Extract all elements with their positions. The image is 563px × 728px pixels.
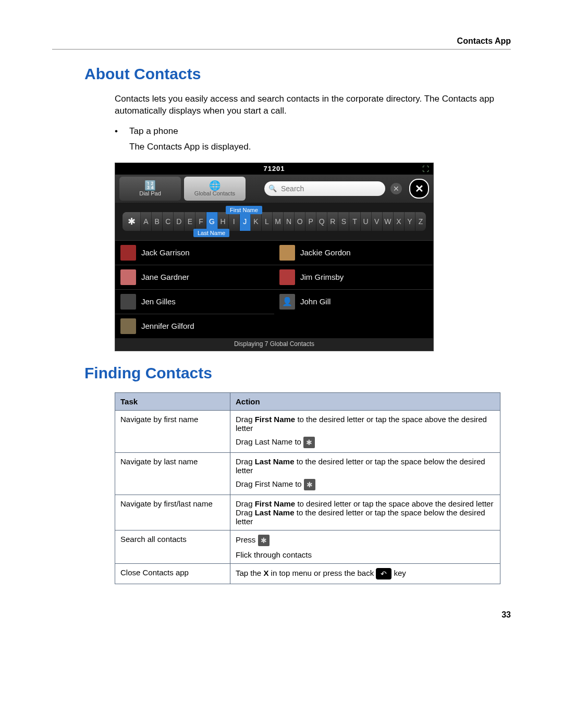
contact-item[interactable]: Jane Gardner — [115, 265, 274, 289]
dialpad-icon: 🔢 — [144, 181, 156, 190]
star-icon: ✱ — [258, 535, 270, 546]
alpha-letter-y[interactable]: Y — [405, 212, 415, 231]
contact-item[interactable]: 👤John Gill — [274, 289, 433, 314]
task-cell: Navigate by first/last name — [115, 495, 230, 530]
bullet-item: • Tap a phone — [115, 126, 511, 137]
avatar — [120, 294, 136, 310]
tasks-table: Task Action Navigate by first name Drag … — [115, 392, 500, 584]
alpha-letter-h[interactable]: H — [218, 212, 229, 231]
alpha-letter-a[interactable]: A — [141, 212, 152, 231]
search-icon: 🔍 — [268, 184, 277, 192]
page-number: 33 — [52, 610, 511, 620]
global-contacts-tab[interactable]: 🌐 Global Contacts — [184, 177, 246, 201]
close-app-button[interactable]: ✕ — [409, 179, 429, 199]
alpha-letter-d[interactable]: D — [174, 212, 185, 231]
task-cell: Navigate by last name — [115, 452, 230, 495]
contact-item[interactable]: Jim Grimsby — [274, 265, 433, 289]
table-header-row: Task Action — [115, 392, 500, 410]
contact-name: Jennifer Gilford — [141, 322, 194, 330]
dialpad-label: Dial Pad — [139, 190, 161, 196]
contact-item[interactable]: Jennifer Gilford — [115, 314, 274, 338]
about-contacts-heading: About Contacts — [52, 65, 511, 83]
first-name-chip[interactable]: First Name — [226, 206, 262, 214]
table-row: Search all contacts Press ✱ Flick throug… — [115, 530, 500, 563]
toolbar: 🔢 Dial Pad 🌐 Global Contacts 🔍 ✕ ✕ — [115, 175, 433, 203]
global-label: Global Contacts — [194, 190, 235, 196]
alpha-letter-t[interactable]: T — [349, 212, 360, 231]
table-row: Close Contacts app Tap the X in top menu… — [115, 563, 500, 584]
contact-name: John Gill — [300, 297, 331, 306]
alphabet-row[interactable]: ✱ABCDEFGHIJKLMNOPQRSTUVWXYZ — [123, 212, 426, 231]
alpha-letter-p[interactable]: P — [305, 212, 316, 231]
task-cell: Navigate by first name — [115, 410, 230, 452]
contact-name: Jim Grimsby — [300, 273, 344, 281]
task-header: Task — [115, 392, 230, 410]
contact-item[interactable]: Jack Garrison — [115, 240, 274, 265]
task-cell: Close Contacts app — [115, 563, 230, 584]
alpha-letter-w[interactable]: W — [383, 212, 394, 231]
alpha-letter-k[interactable]: K — [251, 212, 262, 231]
extension-number: 71201 — [263, 165, 285, 172]
table-row: Navigate by first/last name Drag First N… — [115, 495, 500, 530]
contact-name: Jack Garrison — [141, 248, 190, 257]
intro-paragraph: Contacts lets you easily access and sear… — [115, 93, 511, 117]
alpha-letter-v[interactable]: V — [372, 212, 383, 231]
alpha-letter-l[interactable]: L — [262, 212, 273, 231]
avatar — [120, 245, 136, 261]
alpha-letter-j[interactable]: J — [240, 212, 251, 231]
alpha-letter-q[interactable]: Q — [316, 212, 327, 231]
dialpad-tab[interactable]: 🔢 Dial Pad — [119, 177, 181, 201]
star-icon: ✱ — [304, 479, 315, 490]
alpha-letter-o[interactable]: O — [295, 212, 305, 231]
back-icon: ↶ — [376, 568, 391, 579]
alpha-letter-r[interactable]: R — [327, 212, 338, 231]
alpha-letter-m[interactable]: M — [273, 212, 284, 231]
alpha-letter-i[interactable]: I — [229, 212, 240, 231]
alpha-star[interactable]: ✱ — [123, 212, 141, 231]
star-icon: ✱ — [303, 437, 315, 448]
table-row: Navigate by last name Drag Last Name to … — [115, 452, 500, 495]
action-cell: Tap the X in top menu or press the back … — [230, 563, 500, 584]
finding-contacts-heading: Finding Contacts — [52, 364, 511, 382]
running-header: Contacts App — [52, 36, 511, 50]
contacts-app-screenshot: 71201 ⛶ 🔢 Dial Pad 🌐 Global Contacts 🔍 ✕… — [115, 163, 434, 351]
search-box[interactable]: 🔍 — [264, 181, 385, 196]
alpha-letter-u[interactable]: U — [361, 212, 372, 231]
action-cell: Drag First Name to desired letter or tap… — [230, 495, 500, 530]
alpha-letter-f[interactable]: F — [195, 212, 206, 231]
contact-name: Jen Gilles — [141, 297, 176, 306]
search-input[interactable] — [280, 184, 381, 193]
bullet-text: Tap a phone — [129, 126, 178, 137]
avatar: 👤 — [279, 294, 295, 310]
expand-icon[interactable]: ⛶ — [422, 165, 429, 173]
action-cell: Press ✱ Flick through contacts — [230, 530, 500, 563]
table-row: Navigate by first name Drag First Name t… — [115, 410, 500, 452]
screenshot-footer: Displaying 7 Global Contacts — [115, 338, 433, 351]
globe-icon: 🌐 — [209, 181, 221, 190]
bullet-subtext: The Contacts App is displayed. — [129, 142, 511, 152]
clear-search-button[interactable]: ✕ — [390, 183, 402, 194]
alpha-letter-x[interactable]: X — [394, 212, 405, 231]
alphabet-navigator: First Name ✱ABCDEFGHIJKLMNOPQRSTUVWXYZ L… — [115, 203, 433, 240]
alpha-letter-s[interactable]: S — [338, 212, 349, 231]
alpha-letter-n[interactable]: N — [284, 212, 295, 231]
action-cell: Drag First Name to the desired letter or… — [230, 410, 500, 452]
contact-list: Jack GarrisonJackie GordonJane GardnerJi… — [115, 240, 433, 338]
status-bar: 71201 ⛶ — [115, 163, 433, 175]
alpha-letter-b[interactable]: B — [152, 212, 163, 231]
contact-item[interactable]: Jen Gilles — [115, 289, 274, 314]
alpha-letter-z[interactable]: Z — [415, 212, 426, 231]
bullet-dot: • — [115, 126, 129, 137]
task-cell: Search all contacts — [115, 530, 230, 563]
alpha-letter-c[interactable]: C — [163, 212, 174, 231]
contact-item[interactable]: Jackie Gordon — [274, 240, 433, 265]
action-cell: Drag Last Name to the desired letter or … — [230, 452, 500, 495]
last-name-chip[interactable]: Last Name — [193, 229, 229, 237]
action-header: Action — [230, 392, 500, 410]
avatar — [120, 269, 136, 285]
alpha-letter-g[interactable]: G — [206, 212, 217, 231]
contact-name: Jane Gardner — [141, 273, 189, 281]
avatar — [279, 269, 295, 285]
alpha-letter-e[interactable]: E — [185, 212, 195, 231]
contact-name: Jackie Gordon — [300, 248, 351, 257]
